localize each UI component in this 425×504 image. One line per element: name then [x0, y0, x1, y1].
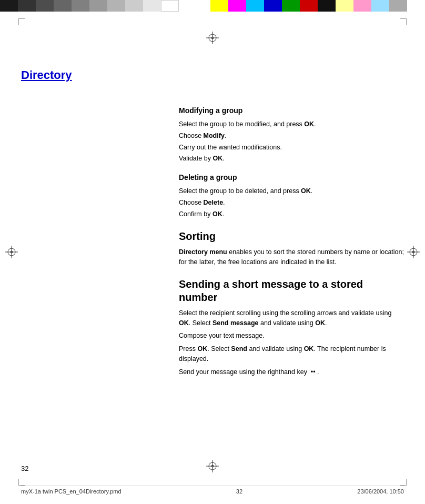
swatch-magenta: [228, 0, 246, 12]
body-modify-3: Carry out the wanted modifications.: [179, 143, 404, 153]
swatch-gap: [179, 0, 210, 12]
body-delete-2: Choose Delete.: [179, 198, 404, 208]
heading-modifying-group: Modifying a group: [179, 105, 404, 116]
heading-sending: Sending a short message to a stored numb…: [179, 278, 404, 304]
body-send-3: Press OK. Select Send and validate using…: [179, 344, 404, 364]
body-delete-1: Select the group to be deleted, and pres…: [179, 186, 404, 196]
body-send-1: Select the recipient scrolling using the…: [179, 308, 404, 328]
page-number: 32: [21, 465, 28, 472]
swatch-gray4: [389, 0, 407, 12]
footer-page: 32: [236, 488, 242, 495]
swatch-lightyellow: [336, 0, 353, 12]
crop-mark-br: [400, 479, 407, 486]
footer-filename: myX-1a twin PCS_en_04Directory.pmd: [21, 488, 122, 495]
footer-date: 23/06/2004, 10:50: [357, 488, 404, 495]
reg-mark-left: [5, 246, 18, 258]
swatch-lightgray: [107, 0, 125, 12]
swatch-yellow: [210, 0, 228, 12]
heading-sorting: Sorting: [179, 228, 404, 244]
body-modify-2: Choose Modify.: [179, 131, 404, 141]
body-send-2: Compose your text message.: [179, 331, 404, 341]
body-modify-4: Validate by OK.: [179, 154, 404, 164]
swatch-black2: [318, 0, 336, 12]
body-delete-3: Confirm by OK.: [179, 209, 404, 219]
reg-mark-right: [407, 246, 420, 258]
swatch-dark: [18, 0, 36, 12]
heading-deleting-group: Deleting a group: [179, 172, 404, 183]
color-bar: [0, 0, 425, 12]
swatch-gray1: [54, 0, 72, 12]
body-modify-1: Select the group to be modified, and pre…: [179, 119, 404, 129]
swatch-red: [300, 0, 318, 12]
swatch-lightblue: [371, 0, 389, 12]
swatch-green: [282, 0, 300, 12]
swatch-nearwhite: [143, 0, 161, 12]
footer: myX-1a twin PCS_en_04Directory.pmd 32 23…: [21, 486, 404, 495]
main-content: Modifying a group Select the group to be…: [179, 105, 404, 378]
swatch-pink: [353, 0, 371, 12]
crop-mark-bl: [18, 479, 25, 486]
crop-mark-tl: [18, 18, 25, 25]
swatch-darkgray: [36, 0, 54, 12]
body-sorting-1: Directory menu enables you to sort the s…: [179, 247, 404, 267]
reg-mark-top: [206, 32, 219, 44]
body-send-4: Send your message using the righthand ke…: [179, 367, 404, 377]
swatch-gray2: [72, 0, 89, 12]
page-title: Directory: [21, 68, 72, 82]
reg-mark-bottom: [206, 460, 219, 472]
swatch-cyan: [246, 0, 264, 12]
swatch-lighter: [125, 0, 143, 12]
swatch-blue: [264, 0, 282, 12]
swatch-gray3: [89, 0, 107, 12]
swatch-white: [161, 0, 179, 12]
swatch-black: [0, 0, 18, 12]
crop-mark-tr: [400, 18, 407, 25]
